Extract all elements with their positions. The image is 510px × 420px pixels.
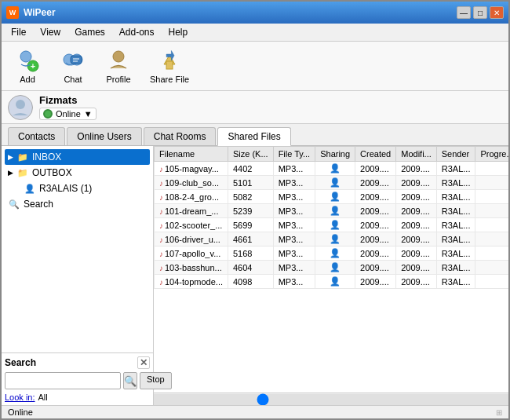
tree-item-r3alais[interactable]: 👤 R3ALAIS (1) — [5, 181, 150, 196]
table-row[interactable]: ♪109-club_so... 5101 MP3... 👤 2009.... 2… — [155, 176, 509, 190]
share-file-icon — [157, 48, 182, 73]
maximize-button[interactable]: □ — [473, 6, 487, 19]
col-size[interactable]: Size (K... — [228, 147, 274, 162]
table-row[interactable]: ♪103-basshun... 4604 MP3... 👤 2009.... 2… — [155, 261, 509, 275]
chat-button[interactable]: Chat — [53, 45, 93, 87]
folder-icon: 📁 — [16, 151, 29, 163]
menu-addons[interactable]: Add-ons — [113, 25, 161, 39]
main-content: ▶ 📁 INBOX ▶ 📁 OUTBOX 👤 R3ALAIS (1) � — [2, 146, 508, 405]
title-buttons: — □ ✕ — [457, 6, 504, 19]
cell-size: 5168 — [228, 247, 274, 261]
cell-sender: R3AL... — [436, 204, 475, 218]
expand-icon: ▶ — [8, 153, 13, 161]
cell-size: 4402 — [228, 162, 274, 176]
table-scroll[interactable]: Filename Size (K... File Ty... Sharing C… — [154, 146, 508, 393]
minimize-button[interactable]: — — [457, 6, 471, 19]
cell-size: 5101 — [228, 176, 274, 190]
tab-contacts[interactable]: Contacts — [8, 127, 65, 145]
cell-type: MP3... — [273, 190, 315, 204]
cell-type: MP3... — [273, 232, 315, 247]
sharing-icon: 👤 — [330, 262, 341, 272]
user-icon: 👤 — [24, 182, 36, 195]
user-bar: Fizmats Online ▼ — [2, 91, 508, 124]
cell-progress — [475, 204, 508, 218]
cell-created: 2009.... — [355, 190, 396, 204]
cell-sharing: 👤 — [315, 247, 355, 261]
chevron-down-icon: ▼ — [84, 109, 93, 119]
cell-progress — [475, 247, 508, 261]
col-progress[interactable]: Progre... — [475, 147, 508, 162]
profile-icon — [106, 48, 131, 73]
share-file-button[interactable]: Share File — [144, 45, 195, 87]
col-filetype[interactable]: File Ty... — [273, 147, 315, 162]
search-input[interactable] — [5, 372, 121, 389]
cell-progress — [475, 162, 508, 176]
tab-online-users[interactable]: Online Users — [67, 127, 141, 145]
tab-shared-files[interactable]: Shared Files — [217, 127, 290, 146]
search-tree-label: Search — [24, 199, 53, 210]
horizontal-scrollbar[interactable] — [154, 393, 508, 405]
sharing-icon: 👤 — [330, 177, 341, 187]
file-icon: ♪ — [159, 264, 163, 272]
cell-progress — [475, 275, 508, 289]
menu-help[interactable]: Help — [162, 25, 195, 39]
sharing-icon: 👤 — [330, 192, 341, 201]
col-modified[interactable]: Modifi... — [396, 147, 437, 162]
search-header-label: Search — [5, 357, 36, 368]
lookin-link[interactable]: Look in: — [5, 393, 35, 402]
cell-sender: R3AL... — [436, 190, 475, 204]
cell-filename: ♪109-club_so... — [155, 176, 228, 190]
expand-icon-outbox: ▶ — [8, 169, 13, 177]
profile-button[interactable]: Profile — [99, 45, 138, 87]
cell-created: 2009.... — [355, 218, 396, 232]
cell-sharing: 👤 — [315, 176, 355, 190]
cell-filename: ♪102-scooter_... — [155, 218, 228, 232]
col-sharing[interactable]: Sharing — [315, 147, 355, 162]
left-panel: ▶ 📁 INBOX ▶ 📁 OUTBOX 👤 R3ALAIS (1) � — [2, 146, 154, 405]
cell-sharing: 👤 — [315, 261, 355, 275]
close-button[interactable]: ✕ — [490, 6, 504, 19]
cell-sender: R3AL... — [436, 218, 475, 232]
cell-modified: 2009.... — [396, 176, 437, 190]
cell-sender: R3AL... — [436, 261, 475, 275]
table-row[interactable]: ♪102-scooter_... 5699 MP3... 👤 2009.... … — [155, 218, 509, 232]
tree-item-inbox[interactable]: ▶ 📁 INBOX — [5, 149, 150, 165]
tree-item-outbox[interactable]: ▶ 📁 OUTBOX — [5, 165, 150, 181]
col-filename[interactable]: Filename — [155, 147, 228, 162]
menu-view[interactable]: View — [34, 25, 67, 39]
menu-file[interactable]: File — [5, 25, 32, 39]
table-row[interactable]: ♪104-topmode... 4098 MP3... 👤 2009.... 2… — [155, 275, 509, 289]
table-row[interactable]: ♪107-apollo_v... 5168 MP3... 👤 2009.... … — [155, 247, 509, 261]
cell-filename: ♪103-basshun... — [155, 261, 228, 275]
cell-sender: R3AL... — [436, 247, 475, 261]
add-button[interactable]: + Add — [8, 45, 47, 87]
table-row[interactable]: ♪106-driver_u... 4661 MP3... 👤 2009.... … — [155, 232, 509, 247]
menu-games[interactable]: Games — [68, 25, 111, 39]
cell-progress — [475, 232, 508, 247]
cell-size: 4604 — [228, 261, 274, 275]
cell-sender: R3AL... — [436, 176, 475, 190]
table-row[interactable]: ♪108-2-4_gro... 5082 MP3... 👤 2009.... 2… — [155, 190, 509, 204]
cell-sender: R3AL... — [436, 232, 475, 247]
right-panel: Filename Size (K... File Ty... Sharing C… — [154, 146, 508, 405]
tab-chat-rooms[interactable]: Chat Rooms — [144, 127, 217, 145]
outbox-folder-icon: 📁 — [16, 166, 29, 179]
file-icon: ♪ — [159, 193, 163, 202]
h-scroll-input[interactable] — [154, 394, 508, 405]
col-sender[interactable]: Sender — [436, 147, 475, 162]
col-created[interactable]: Created — [355, 147, 396, 162]
cell-sharing: 👤 — [315, 275, 355, 289]
table-row[interactable]: ♪101-dream_... 5239 MP3... 👤 2009.... 20… — [155, 204, 509, 218]
status-dropdown[interactable]: Online ▼ — [39, 108, 97, 120]
search-go-button[interactable]: 🔍 — [123, 372, 137, 389]
search-close-button[interactable]: ✕ — [137, 356, 150, 369]
title-bar: W WiPeer — □ ✕ — [2, 2, 508, 24]
search-section: Search ✕ 🔍 Stop Look in: All — [2, 352, 153, 405]
cell-sharing: 👤 — [315, 162, 355, 176]
tree-item-search[interactable]: 🔍 Search — [5, 196, 150, 212]
cell-modified: 2009.... — [396, 218, 437, 232]
cell-type: MP3... — [273, 275, 315, 289]
r3alais-label: R3ALAIS (1) — [39, 183, 92, 194]
table-row[interactable]: ♪105-magvay... 4402 MP3... 👤 2009.... 20… — [155, 162, 509, 176]
file-icon: ♪ — [159, 207, 163, 216]
